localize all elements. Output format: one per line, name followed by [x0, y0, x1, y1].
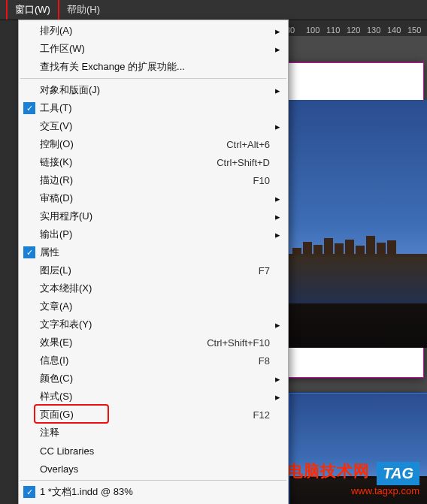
menu-item-label: 控制(O) [40, 137, 226, 151]
menu-item[interactable]: 文章(A) [19, 297, 288, 315]
menu-item-label: 工具(T) [40, 101, 270, 115]
menu-item-label: 排列(A) [40, 24, 270, 38]
menu-item[interactable]: 图层(L)F7 [19, 261, 288, 279]
menu-item-label: 颜色(C) [40, 372, 270, 385]
menu-item-label: Overlays [40, 463, 270, 475]
placed-image-1[interactable] [289, 100, 427, 348]
menu-item[interactable]: 样式(S)▸ [19, 388, 288, 406]
check-icon: ✓ [23, 102, 35, 114]
chevron-right-icon: ▸ [275, 211, 280, 222]
menu-item[interactable]: 链接(K)Ctrl+Shift+D [19, 153, 288, 171]
menu-item-label: 样式(S) [40, 390, 270, 403]
menu-item-label: 文章(A) [40, 300, 270, 313]
chevron-right-icon: ▸ [275, 85, 280, 96]
ruler-tick: 150 [407, 26, 421, 35]
ruler-vertical [0, 36, 18, 504]
menu-item[interactable]: 输出(P)▸ [19, 225, 288, 243]
menu-item-label: 注释 [40, 426, 270, 439]
menu-item-label: 效果(E) [40, 336, 207, 349]
menu-window[interactable]: 窗口(W) [6, 0, 59, 21]
watermark-url: www.tagxp.com [287, 485, 419, 496]
menu-item-label: 审稿(D) [40, 192, 270, 205]
menu-separator [20, 78, 286, 79]
menu-item[interactable]: ✓属性 [19, 243, 288, 261]
menu-item[interactable]: 工作区(W)▸ [19, 40, 288, 58]
menu-item-label: 信息(I) [40, 354, 259, 367]
menu-item-shortcut: F8 [259, 355, 270, 367]
ruler-tick: 110 [326, 26, 340, 35]
menu-item[interactable]: ✓1 *文档1.indd @ 83% [19, 483, 288, 501]
menu-item[interactable]: 实用程序(U)▸ [19, 207, 288, 225]
chevron-right-icon: ▸ [275, 193, 280, 204]
check-icon: ✓ [23, 486, 35, 498]
menu-item-label: 对象和版面(J) [40, 83, 270, 97]
menu-item-label: 实用程序(U) [40, 210, 270, 223]
menu-item[interactable]: Overlays [19, 460, 288, 478]
check-icon: ✓ [23, 246, 35, 258]
menu-item[interactable]: 2 文档2.indd @ 83% [19, 501, 288, 504]
menu-item[interactable]: 文字和表(Y)▸ [19, 315, 288, 333]
menu-item-label: 工作区(W) [40, 42, 270, 56]
menu-item[interactable]: 页面(G)F12 [19, 406, 288, 424]
menu-item-label: 文本绕排(X) [40, 282, 270, 295]
menu-item-label: 交互(V) [40, 119, 270, 133]
menu-item[interactable]: ✓工具(T) [19, 99, 288, 117]
chevron-right-icon: ▸ [275, 44, 280, 55]
menu-item-label: 属性 [40, 246, 270, 259]
chevron-right-icon: ▸ [275, 121, 280, 132]
menu-item-shortcut: F10 [253, 175, 270, 186]
menu-item[interactable]: 查找有关 Exchange 的扩展功能... [19, 58, 288, 76]
menu-item[interactable]: 信息(I)F8 [19, 352, 288, 370]
menu-item[interactable]: 排列(A)▸ [19, 22, 288, 40]
highlight-box [34, 404, 109, 424]
menu-item[interactable]: 颜色(C)▸ [19, 370, 288, 388]
menu-item[interactable]: 描边(R)F10 [19, 171, 288, 189]
menu-item[interactable]: 交互(V)▸ [19, 117, 288, 135]
ruler-tick: 140 [387, 26, 401, 35]
ruler-tick: 120 [347, 26, 360, 35]
watermark-tag-badge: TAG [377, 462, 419, 485]
ruler-tick: 130 [367, 26, 380, 35]
menu-item-shortcut: Ctrl+Shift+D [217, 157, 270, 168]
menu-separator [20, 480, 286, 481]
menu-item-label: 文字和表(Y) [40, 318, 270, 331]
chevron-right-icon: ▸ [275, 373, 280, 385]
chevron-right-icon: ▸ [275, 26, 280, 37]
menu-item-label: 查找有关 Exchange 的扩展功能... [40, 60, 270, 74]
menu-item-shortcut: F7 [259, 265, 270, 276]
menu-item[interactable]: 注释 [19, 424, 288, 442]
watermark: 电脑技术网 TAG www.tagxp.com [287, 460, 419, 496]
menu-item-shortcut: Ctrl+Shift+F10 [207, 337, 270, 349]
ruler-tick: 100 [306, 26, 319, 35]
window-menu-dropdown: 排列(A)▸工作区(W)▸查找有关 Exchange 的扩展功能...对象和版面… [18, 20, 289, 504]
menu-item-label: 1 *文档1.indd @ 83% [40, 485, 270, 499]
chevron-right-icon: ▸ [275, 319, 280, 330]
menu-help[interactable]: 帮助(H) [59, 0, 108, 20]
chevron-right-icon: ▸ [275, 391, 280, 403]
menubar: 窗口(W) 帮助(H) [0, 0, 427, 20]
menu-item-label: 输出(P) [40, 228, 270, 241]
menu-item[interactable]: 文本绕排(X) [19, 279, 288, 297]
watermark-text: 电脑技术网 [287, 462, 370, 479]
menu-item-label: 图层(L) [40, 264, 259, 277]
menu-item-label: CC Libraries [40, 445, 270, 457]
menu-item[interactable]: 效果(E)Ctrl+Shift+F10 [19, 333, 288, 352]
menu-item-shortcut: Ctrl+Alt+6 [226, 139, 270, 150]
chevron-right-icon: ▸ [275, 229, 280, 240]
menu-item-label: 链接(K) [40, 155, 217, 169]
menu-item[interactable]: 对象和版面(J)▸ [19, 81, 288, 99]
menu-item[interactable]: 审稿(D)▸ [19, 189, 288, 207]
menu-item[interactable]: 控制(O)Ctrl+Alt+6 [19, 135, 288, 153]
menu-item[interactable]: CC Libraries [19, 442, 288, 460]
menu-item-shortcut: F12 [253, 409, 270, 421]
menu-item-label: 描边(R) [40, 174, 253, 187]
